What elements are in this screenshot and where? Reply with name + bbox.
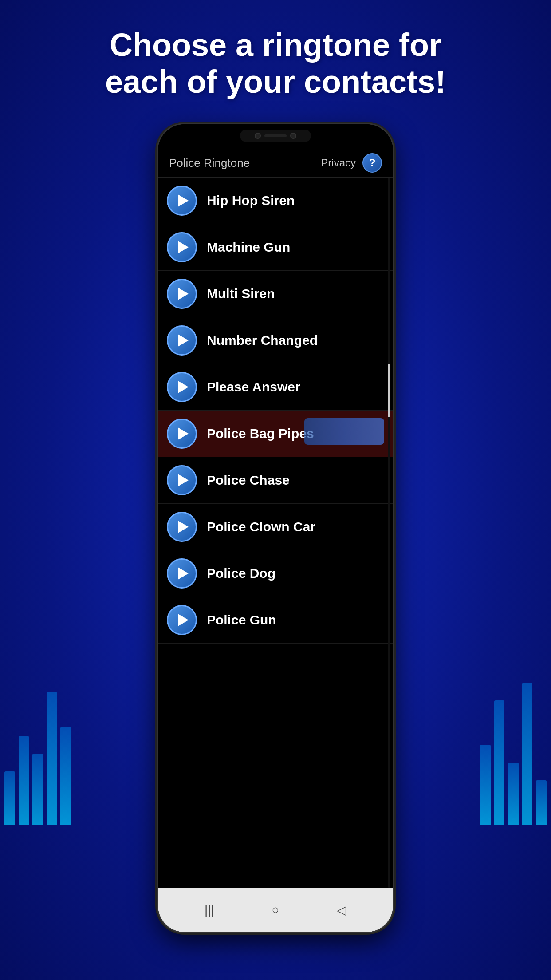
play-icon	[178, 334, 189, 347]
ringtone-item[interactable]: Police Chase	[158, 457, 393, 504]
bottom-nav-bar: ||| ○ ◁	[158, 888, 393, 932]
bus-shape	[304, 418, 384, 445]
ringtone-name: Hip Hop Siren	[207, 193, 295, 208]
ringtone-item[interactable]: Police Clown Car	[158, 504, 393, 550]
header-line2: each of your contacts!	[27, 63, 524, 100]
play-button[interactable]	[167, 186, 197, 216]
ringtone-name: Number Changed	[207, 333, 318, 348]
app-title: Police Ringtone	[169, 156, 250, 170]
app-bar-actions: Privacy ?	[321, 153, 382, 173]
play-icon	[178, 381, 189, 393]
ringtone-name: Police Chase	[207, 473, 290, 488]
play-icon	[178, 521, 189, 533]
ringtone-item[interactable]: Police Bag Pipes	[158, 411, 393, 457]
camera-dot-2	[290, 133, 296, 139]
play-button[interactable]	[167, 232, 197, 262]
play-icon	[178, 194, 189, 207]
play-icon	[178, 427, 189, 440]
play-button[interactable]	[167, 419, 197, 449]
play-icon	[178, 241, 189, 253]
play-button[interactable]	[167, 558, 197, 589]
ringtone-name: Machine Gun	[207, 240, 290, 255]
play-button[interactable]	[167, 465, 197, 495]
ringtone-name: Please Answer	[207, 379, 300, 395]
play-button[interactable]	[167, 512, 197, 542]
ringtone-name: Multi Siren	[207, 286, 275, 301]
play-icon	[178, 474, 189, 486]
ringtone-list: Hip Hop Siren Machine Gun Multi Siren Nu…	[158, 178, 393, 888]
header-line1: Choose a ringtone for	[27, 27, 524, 63]
back-button[interactable]: ◁	[337, 903, 346, 917]
scrollbar[interactable]	[388, 178, 390, 888]
app-bar: Police Ringtone Privacy ?	[158, 149, 393, 178]
ringtone-item[interactable]: Number Changed	[158, 317, 393, 364]
recents-button[interactable]: |||	[205, 903, 214, 917]
scroll-thumb[interactable]	[388, 364, 390, 417]
ringtone-name: Police Clown Car	[207, 519, 315, 534]
privacy-link[interactable]: Privacy	[321, 157, 356, 169]
ringtone-item[interactable]: Police Dog	[158, 550, 393, 597]
play-button[interactable]	[167, 325, 197, 356]
ringtone-name: Police Dog	[207, 566, 276, 581]
playing-visual	[304, 418, 384, 449]
play-icon	[178, 614, 189, 626]
phone-device: Police Ringtone Privacy ? Hip Hop Siren …	[158, 124, 393, 932]
play-icon	[178, 288, 189, 300]
home-button[interactable]: ○	[272, 903, 279, 917]
play-button[interactable]	[167, 605, 197, 635]
help-button[interactable]: ?	[362, 153, 382, 173]
ringtone-item[interactable]: Hip Hop Siren	[158, 178, 393, 224]
play-icon	[178, 567, 189, 580]
phone-screen: Police Ringtone Privacy ? Hip Hop Siren …	[158, 124, 393, 932]
speaker-bar	[264, 134, 287, 137]
ringtone-name: Police Bag Pipes	[207, 426, 314, 441]
ringtone-item[interactable]: Multi Siren	[158, 271, 393, 317]
play-button[interactable]	[167, 372, 197, 402]
play-button[interactable]	[167, 279, 197, 309]
phone-notch	[240, 130, 311, 142]
ringtone-name: Police Gun	[207, 612, 276, 628]
ringtone-item[interactable]: Machine Gun	[158, 224, 393, 271]
camera-dot	[255, 133, 261, 139]
ringtone-item[interactable]: Police Gun	[158, 597, 393, 644]
ringtone-item[interactable]: Please Answer	[158, 364, 393, 411]
header-title: Choose a ringtone for each of your conta…	[0, 27, 551, 100]
